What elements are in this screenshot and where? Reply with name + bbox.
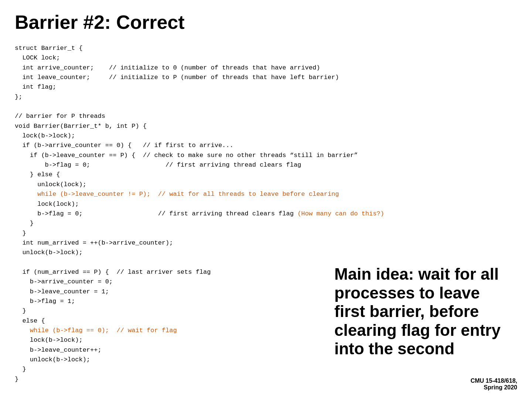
main-idea-text: Main idea: wait for all processes to lea… bbox=[334, 265, 512, 358]
code-line-12: if (b->leave_counter == P) { // check to… bbox=[15, 151, 517, 160]
code-line-8: // barrier for P threads bbox=[15, 112, 517, 121]
page-title: Barrier #2: Correct bbox=[15, 11, 517, 33]
code-line-7 bbox=[15, 102, 517, 112]
code-line-20: } bbox=[15, 229, 517, 238]
code-line-14: } else { bbox=[15, 170, 517, 180]
cmu-line1: CMU 15-418/618, bbox=[471, 378, 517, 384]
code-line-17: lock(lock); bbox=[15, 200, 517, 209]
code-line-9: void Barrier(Barrier_t* b, int P) { bbox=[15, 122, 517, 131]
code-line-21: int num_arrived = ++(b->arrive_counter); bbox=[15, 238, 517, 248]
code-line-6: }; bbox=[15, 92, 517, 102]
code-line-15: unlock(lock); bbox=[15, 180, 517, 190]
code-line-1: struct Barrier_t { bbox=[15, 44, 517, 53]
code-line-4: int leave_counter; // initialize to P (n… bbox=[15, 73, 517, 82]
code-line-2: LOCK lock; bbox=[15, 53, 517, 63]
code-line-33: } bbox=[15, 365, 517, 374]
code-line-13: b->flag = 0; // first arriving thread cl… bbox=[15, 160, 517, 170]
code-line-11: if (b->arrive_counter == 0) { // if firs… bbox=[15, 141, 517, 150]
cmu-line2: Spring 2020 bbox=[471, 384, 517, 391]
code-line-19: } bbox=[15, 219, 517, 228]
cmu-label: CMU 15-418/618, Spring 2020 bbox=[471, 378, 517, 391]
code-line-18: b->flag = 0; // first arriving thread cl… bbox=[15, 209, 517, 219]
code-line-10: lock(b->lock); bbox=[15, 131, 517, 141]
main-idea-box: Main idea: wait for all processes to lea… bbox=[334, 265, 512, 358]
code-line-3: int arrive_counter; // initialize to 0 (… bbox=[15, 63, 517, 73]
code-line-22: unlock(b->lock); bbox=[15, 248, 517, 258]
code-line-34: } bbox=[15, 375, 517, 384]
code-line-16: while (b->leave_counter != P); // wait f… bbox=[15, 190, 517, 199]
page-container: Barrier #2: Correct struct Barrier_t { L… bbox=[0, 0, 532, 399]
code-line-5: int flag; bbox=[15, 82, 517, 92]
